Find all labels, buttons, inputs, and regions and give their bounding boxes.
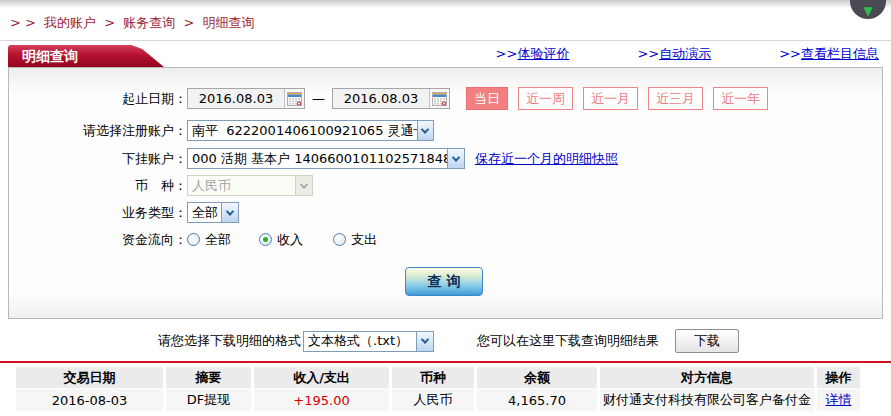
table-header-row: 交易日期 摘要 收入/支出 币种 余额 对方信息 操作 [16, 367, 860, 388]
link-view-column-info[interactable]: >>查看栏目信息 [779, 45, 879, 63]
currency-value: 人民币 [188, 177, 235, 195]
col-header-amount: 收入/支出 [254, 367, 389, 388]
registered-account-select[interactable]: 南平 6222001406100921065 灵通卡 [187, 120, 434, 141]
quick-range-today-button[interactable]: 当日 [466, 87, 508, 110]
tab-row: 明细查询 >>体验评价 >>自动演示 >>查看栏目信息 [0, 41, 891, 67]
col-header-counterparty: 对方信息 [600, 367, 814, 388]
link-prefix: >> [779, 46, 801, 61]
breadcrumb: > > 我的账户 > 账务查询 > 明细查询 [10, 14, 891, 32]
date-range-row: 起止日期： 2016.08.03 — 2016.08.03 [9, 87, 882, 110]
cell-action: 详情 [817, 389, 860, 411]
link-label: 体验评价 [517, 46, 569, 61]
date-from-value: 2016.08.03 [188, 91, 284, 106]
col-header-currency: 币种 [392, 367, 474, 388]
col-header-date: 交易日期 [16, 367, 163, 388]
sub-account-select[interactable]: 000 活期 基本户 1406600101102571848 [187, 148, 465, 169]
col-header-balance: 余额 [477, 367, 597, 388]
query-button[interactable]: 查 询 [405, 267, 483, 296]
biz-type-select[interactable]: 全部 [187, 202, 239, 223]
query-button-row: 查 询 [405, 267, 882, 296]
header-links: >>体验评价 >>自动演示 >>查看栏目信息 [496, 45, 891, 67]
detail-link[interactable]: 详情 [826, 392, 852, 407]
sub-account-label: 下挂账户： [9, 150, 187, 168]
breadcrumb-separator: > [183, 15, 194, 30]
table-row: 2016-08-03 DF提现 +195.00 人民币 4,165.70 财付通… [16, 389, 860, 411]
chevron-down-icon [417, 121, 433, 140]
breadcrumb-item-account-query[interactable]: 账务查询 [123, 15, 175, 30]
table-top-red-line [0, 361, 891, 363]
download-format-label: 请您选择下载明细的格式 [158, 332, 301, 350]
radio-flow-income[interactable] [259, 233, 272, 246]
date-range-label: 起止日期： [9, 90, 187, 108]
registered-account-label: 请选择注册账户： [9, 122, 187, 140]
download-hint-text: 您可以在这里下载查询明细结果 [477, 332, 659, 350]
transaction-table: 交易日期 摘要 收入/支出 币种 余额 对方信息 操作 2016-08-03 D… [13, 366, 863, 412]
radio-flow-expense[interactable] [333, 233, 346, 246]
flow-direction-label: 资金流向： [9, 231, 187, 249]
registered-account-row: 请选择注册账户： 南平 6222001406100921065 灵通卡 [9, 119, 882, 142]
quick-range-3months-button[interactable]: 近三月 [648, 87, 703, 110]
breadcrumb-separator: > [104, 15, 115, 30]
chevron-down-icon [416, 332, 433, 351]
radio-flow-all[interactable] [187, 233, 200, 246]
date-from-calendar-button[interactable] [284, 89, 304, 108]
registered-account-value: 南平 6222001406100921065 灵通卡 [188, 122, 417, 140]
currency-label: 币 种： [9, 177, 187, 195]
sub-account-row: 下挂账户： 000 活期 基本户 1406600101102571848 保存近… [9, 147, 882, 170]
date-range-separator: — [312, 91, 325, 106]
radio-flow-income-label: 收入 [277, 231, 303, 249]
link-label: 查看栏目信息 [801, 46, 879, 61]
calendar-icon [287, 92, 302, 106]
link-experience-rating[interactable]: >>体验评价 [496, 45, 570, 63]
radio-flow-expense-label: 支出 [351, 231, 377, 249]
download-row: 请您选择下载明细的格式 文本格式（.txt） 您可以在这里下载查询明细结果 下载 [158, 328, 891, 354]
date-to-calendar-button[interactable] [429, 89, 449, 108]
chevron-down-icon [221, 203, 238, 222]
download-format-select[interactable]: 文本格式（.txt） [303, 331, 434, 352]
quick-range-month-button[interactable]: 近一月 [583, 87, 638, 110]
currency-row: 币 种： 人民币 [9, 174, 882, 197]
cell-counterparty: 财付通支付科技有限公司客户备付金 [600, 389, 814, 411]
date-from-input[interactable]: 2016.08.03 [187, 88, 305, 109]
quick-range-year-button[interactable]: 近一年 [713, 87, 768, 110]
cell-summary: DF提现 [166, 389, 251, 411]
quick-range-week-button[interactable]: 近一周 [518, 87, 573, 110]
breadcrumb-prefix: > > [10, 15, 36, 30]
download-arrow-icon: ▼ [863, 3, 872, 19]
top-gradient-bar [0, 0, 891, 7]
link-prefix: >> [496, 46, 518, 61]
download-button[interactable]: 下载 [675, 329, 739, 353]
calendar-icon [432, 92, 447, 106]
biz-type-label: 业务类型： [9, 204, 187, 222]
date-to-value: 2016.08.03 [333, 91, 429, 106]
breadcrumb-item-detail-query[interactable]: 明细查询 [202, 15, 254, 30]
cell-amount: +195.00 [254, 389, 389, 411]
chevron-down-icon [447, 149, 464, 168]
chevron-down-icon [295, 176, 312, 195]
breadcrumb-item-my-account[interactable]: 我的账户 [44, 15, 96, 30]
query-form-panel: 起止日期： 2016.08.03 — 2016.08.03 [8, 67, 883, 319]
cell-balance: 4,165.70 [477, 389, 597, 411]
biz-type-row: 业务类型： 全部 [9, 201, 882, 224]
cell-currency: 人民币 [392, 389, 474, 411]
link-prefix: >> [637, 46, 659, 61]
cell-date: 2016-08-03 [16, 389, 163, 411]
save-snapshot-link[interactable]: 保存近一个月的明细快照 [475, 150, 618, 168]
col-header-summary: 摘要 [166, 367, 251, 388]
col-header-action: 操作 [817, 367, 860, 388]
download-format-value: 文本格式（.txt） [304, 332, 412, 350]
biz-type-value: 全部 [188, 204, 221, 222]
currency-select: 人民币 [187, 175, 313, 196]
date-to-input[interactable]: 2016.08.03 [332, 88, 450, 109]
sub-account-value: 000 活期 基本户 1406600101102571848 [188, 150, 447, 168]
tab-detail-query[interactable]: 明细查询 [8, 45, 164, 67]
link-auto-demo[interactable]: >>自动演示 [637, 45, 711, 63]
link-label: 自动演示 [659, 46, 711, 61]
radio-flow-all-label: 全部 [205, 231, 231, 249]
flow-direction-row: 资金流向： 全部 收入 支出 [9, 228, 882, 251]
